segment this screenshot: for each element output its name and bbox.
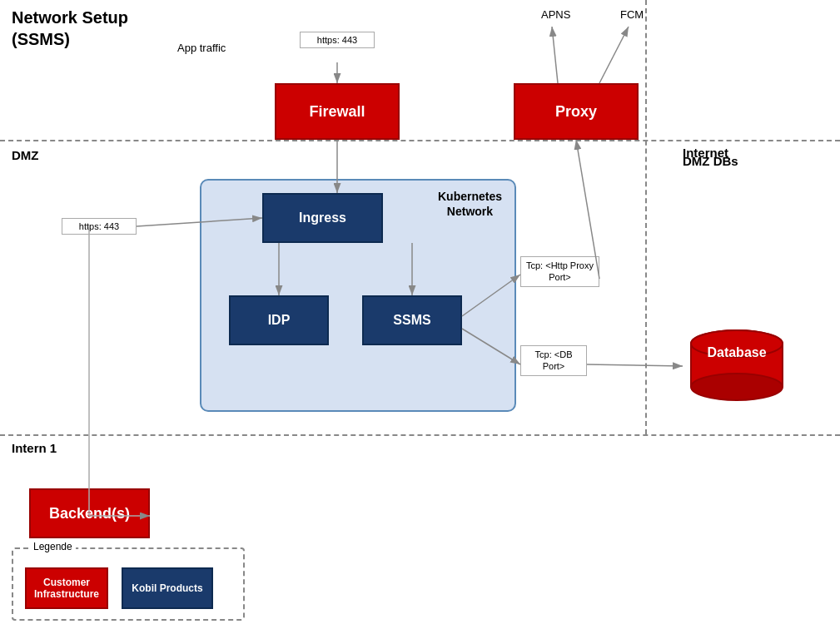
- legend-container: Legende CustomerInfrastructure Kobil Pro…: [12, 547, 245, 621]
- intern-label: Intern 1: [12, 441, 57, 455]
- firewall-box: Firewall: [275, 83, 400, 140]
- app-traffic-label: App traffic: [177, 42, 226, 54]
- tcp-http-proxy-box: Tcp: <Http Proxy Port>: [520, 256, 599, 287]
- proxy-box: Proxy: [514, 83, 639, 140]
- svg-line-18: [599, 27, 629, 83]
- fcm-label: FCM: [620, 8, 644, 21]
- svg-point-3: [691, 330, 783, 357]
- database-svg: [683, 329, 791, 404]
- legend-title: Legende: [30, 541, 76, 552]
- svg-line-17: [552, 27, 558, 83]
- kubernetes-label: KubernetesNetwork: [438, 189, 502, 219]
- svg-point-2: [691, 374, 783, 400]
- tcp-db-port-box: Tcp: <DB Port>: [520, 345, 587, 376]
- internet-dmz-line: [0, 140, 840, 141]
- https-443-top-box: https: 443: [300, 32, 375, 48]
- dmz-dbs-line: [645, 0, 647, 434]
- dmz-intern-line: [0, 434, 840, 436]
- ssms-box: SSMS: [362, 295, 462, 345]
- legend-kobil-box: Kobil Products: [122, 567, 213, 609]
- ingress-box: Ingress: [262, 193, 383, 243]
- diagram: Network Setup (SSMS) Internet DMZ DMZ DB…: [0, 0, 840, 629]
- apns-label: APNS: [541, 8, 570, 21]
- page-title: Network Setup (SSMS): [12, 7, 128, 50]
- dmz-dbs-label: DMZ DBs: [683, 154, 738, 168]
- idp-box: IDP: [229, 295, 329, 345]
- svg-line-16: [587, 364, 683, 366]
- dmz-label: DMZ: [12, 148, 39, 162]
- legend-customer-box: CustomerInfrastructure: [25, 567, 108, 609]
- https-443-left-box: https: 443: [62, 218, 137, 235]
- backends-box: Backend(s): [29, 488, 150, 538]
